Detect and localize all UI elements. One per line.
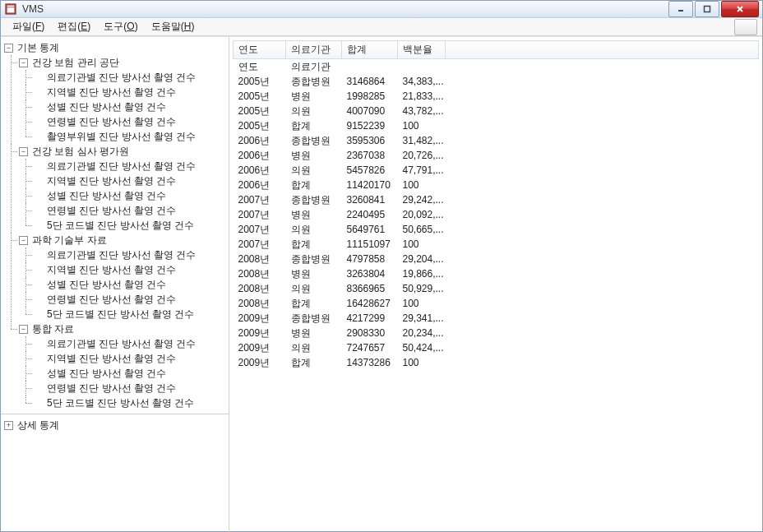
tree-item[interactable]: 5단 코드별 진단 방사선 촬영 건수 xyxy=(34,396,227,410)
table-row[interactable]: 2008년의원836696550,929,... xyxy=(234,281,759,296)
cell-year: 연도 xyxy=(234,59,286,75)
col-header-institution[interactable]: 의료기관 xyxy=(286,41,342,59)
tree-item[interactable]: 성별 진단 방사선 촬영 건수 xyxy=(34,99,227,114)
tree-item[interactable]: 지역별 진단 방사선 촬영 건수 xyxy=(34,351,227,366)
tree-basic-stats[interactable]: − 기본 통계 −건강 보험 관리 공단의료기관별 진단 방사선 촬영 건수지역… xyxy=(1,37,229,414)
tree-item[interactable]: 5단 코드별 진단 방사선 촬영 건수 xyxy=(34,218,227,233)
tree-item[interactable]: 의료기관별 진단 방사선 촬영 건수 xyxy=(34,336,227,351)
tree-item[interactable]: 의료기관별 진단 방사선 촬영 건수 xyxy=(34,70,227,85)
cell-year: 2008년 xyxy=(234,252,286,266)
table-row[interactable]: 2005년종합병원314686434,383,... xyxy=(234,74,759,89)
table-row[interactable]: 2008년종합병원479785829,204,... xyxy=(234,252,759,266)
cell-total: 3260841 xyxy=(342,192,398,207)
cell-year: 2007년 xyxy=(234,237,286,252)
table-row[interactable]: 2005년합계9152239100 xyxy=(234,118,759,133)
tree-group-label: 통합 자료 xyxy=(30,322,76,336)
tree-item[interactable]: 연령별 진단 방사선 촬영 건수 xyxy=(34,203,227,218)
tree-item[interactable]: 성별 진단 방사선 촬영 건수 xyxy=(34,188,227,203)
minus-icon[interactable]: − xyxy=(19,147,28,156)
tree-item[interactable]: 5단 코드별 진단 방사선 촬영 건수 xyxy=(34,307,227,322)
data-listview[interactable]: 연도 의료기관 합계 백분율 연도의료기관2005년종합병원314686434,… xyxy=(233,40,759,532)
tree-item[interactable]: 지역별 진단 방사선 촬영 건수 xyxy=(34,262,227,277)
cell-filler xyxy=(446,163,759,178)
table-row[interactable]: 2009년합계14373286100 xyxy=(234,355,759,370)
cell-total: 4007090 xyxy=(342,104,398,118)
menu-help[interactable]: 도움말(H) xyxy=(145,18,201,35)
minus-icon[interactable]: − xyxy=(19,58,28,67)
cell-percent: 50,424,... xyxy=(398,340,446,355)
tree-item-label: 의료기관별 진단 방사선 촬영 건수 xyxy=(45,336,197,351)
table-row[interactable]: 2008년병원326380419,866,... xyxy=(234,266,759,281)
tree-item-label: 의료기관별 진단 방사선 촬영 건수 xyxy=(45,247,197,262)
tree-item[interactable]: 의료기관별 진단 방사선 촬영 건수 xyxy=(34,247,227,262)
tree-item-label: 연령별 진단 방사선 촬영 건수 xyxy=(45,292,178,307)
table-row[interactable]: 2007년종합병원326084129,242,... xyxy=(234,192,759,207)
table-row[interactable]: 2009년종합병원421729929,341,... xyxy=(234,311,759,326)
tree-detail-root[interactable]: + 상세 통계 xyxy=(4,418,227,433)
table-row[interactable]: 2006년병원236703820,726,... xyxy=(234,148,759,163)
table-row[interactable]: 2007년의원564976150,665,... xyxy=(234,222,759,237)
cell-year: 2007년 xyxy=(234,192,286,207)
cell-total: 5457826 xyxy=(342,163,398,178)
tree-detail-stats[interactable]: + 상세 통계 xyxy=(1,414,229,532)
maximize-button[interactable] xyxy=(695,1,719,17)
table-row[interactable]: 2006년의원545782647,791,... xyxy=(234,163,759,178)
minus-icon[interactable]: − xyxy=(19,236,28,245)
menu-help-hotkey: H xyxy=(184,21,192,32)
tree-item-label: 의료기관별 진단 방사선 촬영 건수 xyxy=(45,159,197,173)
cell-filler xyxy=(446,104,759,118)
tree-item[interactable]: 지역별 진단 방사선 촬영 건수 xyxy=(34,85,227,99)
tree-group-label: 건강 보험 관리 공단 xyxy=(30,55,121,70)
close-button[interactable] xyxy=(721,1,759,17)
menu-file[interactable]: 파일(F) xyxy=(6,18,51,35)
table-row[interactable]: 연도의료기관 xyxy=(234,59,759,75)
tree-group[interactable]: −통합 자료 xyxy=(19,322,227,336)
cell-percent: 43,782,... xyxy=(398,104,446,118)
minus-icon[interactable]: − xyxy=(19,325,28,334)
app-window: VMS 파일(F) 편집(E) 도구(O) 도움말(H) xyxy=(0,0,763,532)
tree-item[interactable]: 지역별 진단 방사선 촬영 건수 xyxy=(34,173,227,188)
toolbar-overflow-button[interactable] xyxy=(734,19,757,35)
tree-group[interactable]: −건강 보험 관리 공단 xyxy=(19,55,227,70)
tree-item[interactable]: 연령별 진단 방사선 촬영 건수 xyxy=(34,114,227,129)
cell-percent: 100 xyxy=(398,296,446,311)
tree-root[interactable]: − 기본 통계 xyxy=(4,40,227,55)
cell-year: 2006년 xyxy=(234,178,286,192)
menu-edit[interactable]: 편집(E) xyxy=(51,18,97,35)
window-buttons xyxy=(668,1,759,17)
tree-item-label: 5단 코드별 진단 방사선 촬영 건수 xyxy=(45,396,196,410)
col-header-total[interactable]: 합계 xyxy=(342,41,398,59)
cell-total: 2908330 xyxy=(342,326,398,340)
cell-institution: 의원 xyxy=(286,340,342,355)
table-row[interactable]: 2009년병원290833020,234,... xyxy=(234,326,759,340)
tree-item[interactable]: 성별 진단 방사선 촬영 건수 xyxy=(34,277,227,292)
table-row[interactable]: 2005년의원400709043,782,... xyxy=(234,104,759,118)
cell-percent: 29,341,... xyxy=(398,311,446,326)
tree-item[interactable]: 연령별 진단 방사선 촬영 건수 xyxy=(34,381,227,396)
cell-filler xyxy=(446,296,759,311)
table-row[interactable]: 2006년합계11420170100 xyxy=(234,178,759,192)
cell-filler xyxy=(446,59,759,75)
tree-group[interactable]: −과학 기술부 자료 xyxy=(19,233,227,247)
table-row[interactable]: 2006년종합병원359530631,482,... xyxy=(234,133,759,148)
plus-icon[interactable]: + xyxy=(4,421,13,430)
tree-item[interactable]: 촬영부위별 진단 방사선 촬영 건수 xyxy=(34,129,227,144)
table-row[interactable]: 2007년합계11151097100 xyxy=(234,237,759,252)
cell-year: 2009년 xyxy=(234,355,286,370)
cell-year: 2006년 xyxy=(234,133,286,148)
tree-item[interactable]: 의료기관별 진단 방사선 촬영 건수 xyxy=(34,159,227,173)
menu-tools[interactable]: 도구(O) xyxy=(97,18,144,35)
table-row[interactable]: 2008년합계16428627100 xyxy=(234,296,759,311)
table-row[interactable]: 2007년병원224049520,092,... xyxy=(234,207,759,222)
col-header-percent[interactable]: 백분율 xyxy=(398,41,446,59)
minimize-button[interactable] xyxy=(668,1,693,17)
tree-item[interactable]: 성별 진단 방사선 촬영 건수 xyxy=(34,366,227,381)
col-header-year[interactable]: 연도 xyxy=(234,41,286,59)
tree-group[interactable]: −건강 보험 심사 평가원 xyxy=(19,144,227,159)
table-row[interactable]: 2005년병원199828521,833,... xyxy=(234,89,759,104)
window-title: VMS xyxy=(21,3,668,15)
cell-total: 2240495 xyxy=(342,207,398,222)
minus-icon[interactable]: − xyxy=(4,44,13,53)
tree-item[interactable]: 연령별 진단 방사선 촬영 건수 xyxy=(34,292,227,307)
table-row[interactable]: 2009년의원724765750,424,... xyxy=(234,340,759,355)
